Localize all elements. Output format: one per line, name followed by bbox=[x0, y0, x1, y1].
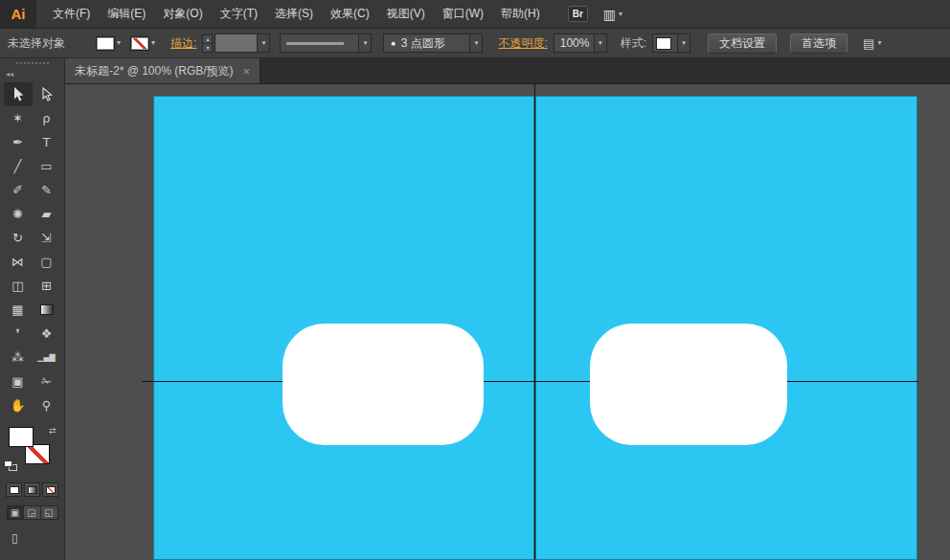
stroke-panel-link[interactable]: 描边: bbox=[170, 35, 196, 52]
opacity-dropdown[interactable]: 100% ▾ bbox=[554, 34, 607, 53]
lasso-tool[interactable]: ρ bbox=[33, 106, 61, 130]
artboard-divider-line bbox=[534, 84, 535, 560]
default-fill-mini bbox=[4, 460, 12, 467]
screen-mode-button[interactable]: ▯ bbox=[0, 528, 64, 546]
width-profile-dropdown[interactable]: ▾ bbox=[280, 34, 372, 53]
rounded-rect-shape-right[interactable] bbox=[590, 324, 787, 445]
close-icon[interactable]: × bbox=[243, 64, 251, 78]
draw-normal-mode[interactable]: ▣ bbox=[7, 505, 24, 520]
fill-color-control[interactable]: ▾ bbox=[96, 36, 121, 51]
chevron-down-icon: ▾ bbox=[358, 34, 371, 52]
none-button[interactable] bbox=[42, 482, 58, 497]
shape-builder-icon: ◫ bbox=[11, 280, 23, 292]
document-setup-button[interactable]: 文档设置 bbox=[708, 34, 777, 54]
rotate-icon: ↻ bbox=[12, 232, 23, 244]
menu-file[interactable]: 文件(F) bbox=[44, 0, 99, 28]
menu-type[interactable]: 文字(T) bbox=[212, 0, 266, 28]
hand-tool[interactable]: ✋ bbox=[4, 393, 33, 417]
pencil-tool[interactable]: ✎ bbox=[33, 178, 61, 202]
stroke-weight-dropdown[interactable]: ▾ bbox=[215, 34, 270, 53]
stroke-color-control[interactable]: ▾ bbox=[130, 36, 155, 51]
menu-select[interactable]: 选择(S) bbox=[266, 0, 322, 28]
collapse-panel-button[interactable]: ◂◂ bbox=[0, 68, 64, 80]
eyedropper-tool[interactable]: ❜ bbox=[4, 322, 33, 346]
gradient-tool[interactable] bbox=[33, 298, 61, 322]
shape-builder-tool[interactable]: ◫ bbox=[4, 274, 33, 298]
bridge-icon[interactable]: Br bbox=[568, 6, 588, 22]
draw-inside-mode[interactable]: ◱ bbox=[41, 505, 58, 520]
menu-view[interactable]: 视图(V) bbox=[378, 0, 434, 28]
canvas-area[interactable] bbox=[65, 84, 950, 560]
magic-wand-icon: ✶ bbox=[12, 112, 23, 124]
magic-wand-tool[interactable]: ✶ bbox=[4, 106, 33, 130]
menu-edit[interactable]: 编辑(E) bbox=[99, 0, 154, 28]
pen-tool[interactable]: ✒ bbox=[4, 130, 33, 154]
arrange-documents-button[interactable]: ▥ ▾ bbox=[603, 8, 622, 21]
free-transform-tool[interactable]: ▢ bbox=[33, 250, 61, 274]
artboard-icon: ▣ bbox=[11, 375, 23, 388]
none-icon bbox=[46, 486, 56, 494]
direct-selection-tool[interactable] bbox=[33, 82, 61, 106]
fill-swatch[interactable] bbox=[9, 427, 34, 447]
type-tool[interactable]: T bbox=[33, 130, 61, 154]
symbol-sprayer-tool[interactable]: ⁂ bbox=[4, 346, 33, 370]
hand-icon: ✋ bbox=[10, 399, 25, 412]
color-icon bbox=[10, 486, 19, 494]
chevron-down-icon: ▾ bbox=[257, 34, 269, 52]
type-icon: T bbox=[43, 136, 51, 148]
blob-brush-tool[interactable]: ✺ bbox=[4, 202, 33, 226]
scale-tool[interactable]: ⇲ bbox=[33, 226, 61, 250]
default-fill-stroke-icon[interactable] bbox=[4, 460, 19, 473]
drawing-modes: ▣ ◲ ◱ bbox=[0, 505, 64, 520]
rotate-tool[interactable]: ↻ bbox=[4, 226, 33, 250]
blend-tool[interactable]: ❖ bbox=[33, 322, 61, 346]
slice-tool[interactable]: ✁ bbox=[33, 370, 61, 393]
perspective-grid-tool[interactable]: ⊞ bbox=[33, 274, 61, 298]
mesh-tool[interactable]: ▦ bbox=[4, 298, 33, 322]
line-segment-tool[interactable]: ╱ bbox=[4, 154, 33, 178]
chevron-down-icon: ▾ bbox=[151, 39, 155, 47]
menu-help[interactable]: 帮助(H) bbox=[492, 0, 549, 28]
brush-name: 3 点圆形 bbox=[401, 35, 445, 52]
brush-preview-icon: ● bbox=[391, 40, 395, 46]
width-icon: ⋈ bbox=[11, 256, 24, 268]
stroke-weight-stepper[interactable]: ▴ ▾ bbox=[202, 34, 213, 53]
spin-up-icon[interactable]: ▴ bbox=[203, 35, 212, 44]
grip-dots-icon bbox=[15, 61, 50, 65]
paintbrush-tool[interactable]: ✐ bbox=[4, 178, 33, 202]
selection-tool[interactable] bbox=[4, 82, 33, 106]
opacity-link[interactable]: 不透明度: bbox=[498, 35, 547, 52]
mesh-icon: ▦ bbox=[11, 303, 23, 316]
rectangle-tool[interactable]: ▭ bbox=[33, 154, 61, 178]
rounded-rect-shape-left[interactable] bbox=[283, 324, 484, 445]
eraser-tool[interactable]: ▰ bbox=[33, 202, 61, 226]
zoom-tool[interactable]: ⚲ bbox=[33, 393, 61, 417]
preferences-button[interactable]: 首选项 bbox=[790, 34, 848, 54]
gradient-button[interactable] bbox=[24, 482, 40, 497]
document-tab[interactable]: 未标题-2* @ 100% (RGB/预览) × bbox=[65, 58, 260, 83]
width-tool[interactable]: ⋈ bbox=[4, 250, 33, 274]
chevron-down-icon: ▾ bbox=[677, 34, 690, 52]
menu-window[interactable]: 窗口(W) bbox=[434, 0, 492, 28]
control-panel-menu-button[interactable]: ▤ ▾ bbox=[863, 37, 881, 50]
artboard-tool[interactable]: ▣ bbox=[4, 370, 33, 393]
menu-object[interactable]: 对象(O) bbox=[154, 0, 211, 28]
column-graph-tool[interactable]: ▁▄▇ bbox=[33, 346, 61, 370]
line-segment-icon: ╱ bbox=[14, 160, 22, 172]
fill-stroke-indicator: ⇄ bbox=[0, 425, 64, 475]
panel-grip[interactable] bbox=[0, 58, 64, 68]
color-button[interactable] bbox=[6, 482, 22, 497]
free-transform-icon: ▢ bbox=[40, 256, 52, 268]
spin-down-icon[interactable]: ▾ bbox=[203, 44, 212, 52]
screen-mode-icon: ▯ bbox=[11, 531, 18, 545]
opacity-value: 100% bbox=[560, 36, 590, 50]
style-dropdown[interactable]: ▾ bbox=[652, 34, 690, 53]
gradient-swatch-icon bbox=[28, 486, 37, 494]
draw-behind-mode[interactable]: ◲ bbox=[24, 505, 41, 520]
swap-fill-stroke-icon[interactable]: ⇄ bbox=[49, 426, 57, 436]
brush-definition-dropdown[interactable]: ● 3 点圆形 ▾ bbox=[383, 34, 483, 53]
zoom-icon: ⚲ bbox=[42, 399, 52, 412]
rectangle-icon: ▭ bbox=[40, 160, 52, 172]
menu-effect[interactable]: 效果(C) bbox=[322, 0, 378, 28]
stroke-swatch[interactable] bbox=[25, 444, 50, 464]
